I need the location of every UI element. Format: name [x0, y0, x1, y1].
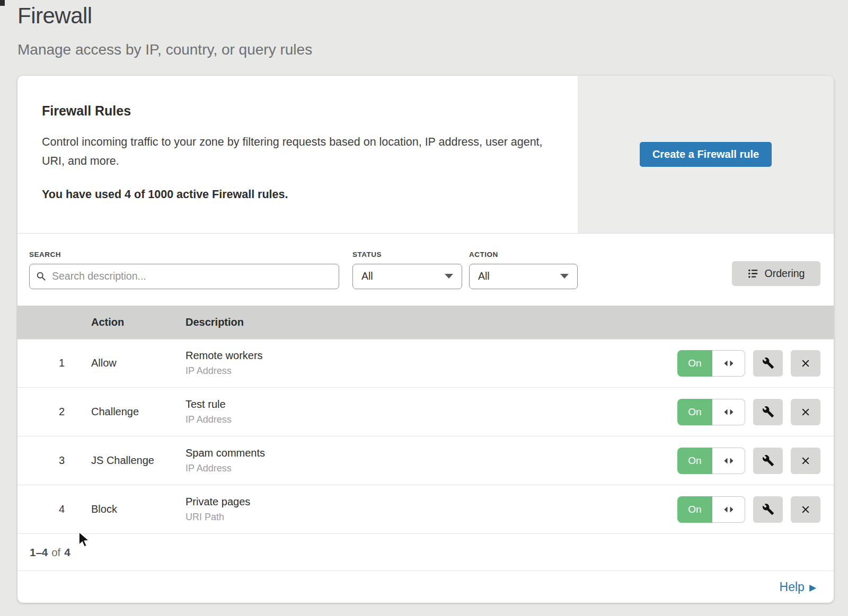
rule-priority: 2 — [17, 406, 91, 418]
delete-rule-button[interactable] — [791, 448, 820, 474]
pagination-of: of — [51, 546, 60, 559]
search-label: SEARCH — [29, 251, 339, 258]
edit-rule-button[interactable] — [753, 448, 783, 474]
create-rule-panel: Create a Firewall rule — [578, 76, 834, 233]
card-footer: Help ▶ — [17, 570, 834, 603]
table-row: 4 Block Private pages URI Path On — [17, 485, 834, 533]
dropdown-caret-icon — [445, 274, 453, 279]
action-filter-group: ACTION All — [469, 251, 578, 289]
toggle-handle[interactable] — [712, 448, 745, 474]
help-link[interactable]: Help ▶ — [780, 580, 816, 594]
edit-rule-icon — [762, 503, 774, 515]
delete-rule-button[interactable] — [791, 399, 820, 425]
rule-priority: 3 — [17, 454, 91, 467]
rule-enabled-toggle[interactable]: On — [677, 448, 745, 474]
action-label: ACTION — [469, 251, 578, 258]
page-header: Firewall Manage access by IP, country, o… — [17, 3, 312, 58]
rule-enabled-toggle[interactable]: On — [677, 496, 745, 523]
toggle-on-label: On — [677, 448, 712, 474]
delete-rule-icon — [800, 358, 811, 369]
ordering-button[interactable]: Ordering — [732, 261, 820, 286]
delete-rule-icon — [800, 455, 811, 467]
delete-rule-icon — [800, 504, 811, 515]
rule-enabled-toggle[interactable]: On — [677, 350, 745, 377]
toggle-on-label: On — [677, 496, 712, 523]
rules-usage-text: You have used 4 of 1000 active Firewall … — [42, 188, 553, 201]
status-selected-value: All — [361, 270, 445, 282]
table-row: 1 Allow Remote workers IP Address On — [17, 339, 834, 388]
delete-rule-icon — [800, 406, 811, 418]
pagination-range: 1–4 — [30, 546, 48, 559]
rule-description: Private pages — [186, 496, 677, 508]
help-arrow-icon: ▶ — [809, 582, 816, 592]
rule-match-field: IP Address — [186, 463, 677, 474]
delete-rule-button[interactable] — [791, 350, 820, 377]
ordering-icon — [748, 268, 759, 279]
toggle-handle-arrows-icon — [723, 506, 734, 513]
toggle-handle-arrows-icon — [723, 360, 734, 367]
firewall-rules-card: Firewall Rules Control incoming traffic … — [17, 76, 834, 603]
page-title: Firewall — [17, 3, 312, 29]
action-column-header: Action — [91, 316, 186, 328]
edit-rule-icon — [762, 454, 774, 467]
rule-action: Challenge — [91, 406, 186, 418]
toggle-handle-arrows-icon — [723, 458, 734, 464]
toggle-handle[interactable] — [712, 496, 745, 523]
rule-match-field: URI Path — [186, 512, 677, 523]
edit-rule-button[interactable] — [753, 399, 783, 425]
rule-priority: 4 — [17, 503, 91, 515]
ordering-button-label: Ordering — [765, 267, 805, 280]
rule-priority: 1 — [17, 357, 91, 369]
toggle-handle[interactable] — [712, 350, 745, 377]
pagination-total: 4 — [64, 546, 70, 559]
description-column-header: Description — [186, 316, 834, 328]
rule-enabled-toggle[interactable]: On — [677, 399, 745, 425]
filter-bar: SEARCH STATUS All ACTION All — [17, 234, 834, 306]
rule-match-field: IP Address — [186, 414, 677, 425]
status-label: STATUS — [352, 251, 462, 258]
screen-corner-artifact — [0, 0, 5, 6]
rules-table-header: Action Description — [17, 306, 834, 339]
rule-action: Block — [91, 503, 186, 515]
table-row: 2 Challenge Test rule IP Address On — [17, 387, 834, 436]
status-filter-group: STATUS All — [352, 251, 462, 289]
rules-overview-section: Firewall Rules Control incoming traffic … — [17, 76, 834, 234]
toggle-on-label: On — [677, 399, 712, 425]
rule-description: Remote workers — [186, 350, 677, 362]
rules-heading: Firewall Rules — [42, 103, 553, 119]
edit-rule-icon — [762, 357, 774, 369]
rule-description: Spam comments — [186, 447, 677, 459]
action-selected-value: All — [478, 270, 560, 282]
page-subtitle: Manage access by IP, country, or query r… — [17, 41, 312, 58]
rules-intro: Firewall Rules Control incoming traffic … — [17, 76, 578, 233]
search-input[interactable] — [29, 264, 339, 289]
rules-description: Control incoming traffic to your zone by… — [42, 132, 545, 171]
edit-rule-button[interactable] — [753, 350, 783, 377]
delete-rule-button[interactable] — [791, 496, 820, 523]
toggle-handle-arrows-icon — [723, 409, 734, 415]
rule-action: JS Challenge — [91, 454, 186, 467]
rule-match-field: IP Address — [186, 365, 677, 377]
table-row: 3 JS Challenge Spam comments IP Address … — [17, 436, 834, 485]
edit-rule-icon — [762, 406, 774, 418]
create-firewall-rule-button[interactable]: Create a Firewall rule — [640, 142, 772, 167]
toggle-on-label: On — [677, 350, 712, 377]
rule-description: Test rule — [186, 398, 677, 410]
rule-action: Allow — [91, 357, 186, 369]
pagination: 1–4 of 4 — [17, 533, 834, 570]
search-group: SEARCH — [29, 251, 339, 289]
help-link-label: Help — [780, 580, 805, 594]
status-select[interactable]: All — [352, 264, 462, 289]
action-select[interactable]: All — [469, 264, 578, 289]
dropdown-caret-icon — [560, 274, 569, 279]
toggle-handle[interactable] — [712, 399, 745, 425]
search-icon — [36, 271, 47, 282]
edit-rule-button[interactable] — [753, 496, 783, 523]
